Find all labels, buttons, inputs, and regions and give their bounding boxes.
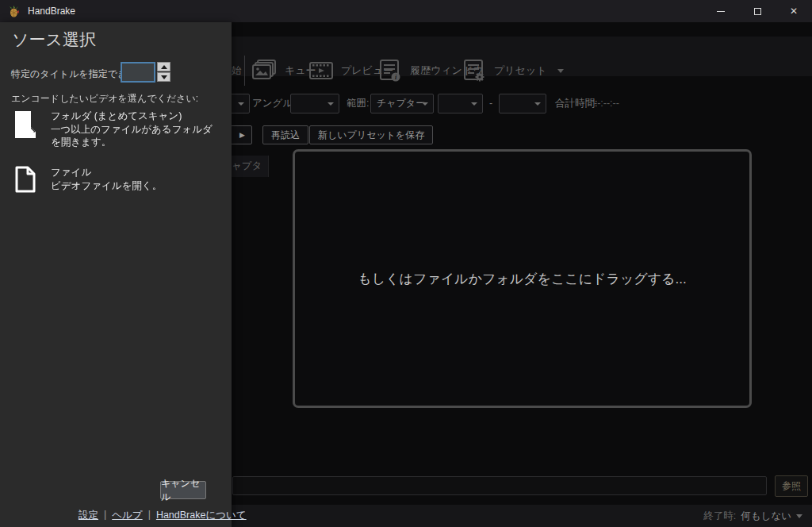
drop-zone-message: もしくはファイルかフォルダをここにドラッグする... [358,270,686,288]
about-link[interactable]: HandBrakeについて [156,509,247,522]
title-number-stepper [121,62,170,83]
destination-path-input[interactable] [232,476,767,495]
when-done-value: 何もしない [741,510,791,523]
queue-button[interactable]: キュー [251,56,316,86]
stepper-down-button[interactable] [157,72,170,82]
title-number-input[interactable] [121,62,155,83]
reload-preset-button[interactable]: 再読込 [262,125,308,144]
range-start-select[interactable] [438,94,483,113]
open-folder-option[interactable]: フォルダ (まとめてスキャン) 一つ以上のファイルがあるフォルダを開きます。 [11,110,220,148]
chevron-down-icon [534,102,541,106]
close-button[interactable]: ✕ [776,0,812,22]
when-done-label: 終了時: [703,510,736,523]
arrow-up-icon [161,65,167,69]
presets-dropdown-icon [557,69,564,73]
cancel-button[interactable]: キャンセル [160,481,206,499]
chevron-down-icon [796,514,802,518]
tab-chapters-partial[interactable]: ャプター [232,156,269,177]
range-type-select[interactable]: チャプター [370,94,434,113]
arrow-right-icon: ▶ [239,131,245,139]
link-separator: | [104,509,106,522]
panel-footer-links: 設定 | ヘルプ | HandBrakeについて [79,509,247,522]
maximize-icon [754,8,761,15]
browse-button[interactable]: 参照 [775,475,808,497]
file-option-description: ビデオファイルを開く。 [51,180,162,193]
source-selection-panel: ソース選択 特定のタイトルを指定できます: エンコードしたいビデオを選んでくださ… [0,22,232,527]
folder-option-description: 一つ以上のファイルがあるフォルダを開きます。 [51,124,220,148]
range-label: 範囲: [347,94,369,113]
range-separator: - [489,94,492,113]
window-title: HandBrake [28,6,75,17]
chevron-down-icon [327,102,334,106]
duration-label: 合計時間: [555,94,597,113]
save-new-preset-button[interactable]: 新しいプリセットを保存 [309,125,433,144]
angle-label: アングル: [252,94,296,113]
handbrake-window: HandBrake ✕ 始 キュー [0,0,812,527]
presets-icon [462,59,487,83]
close-icon: ✕ [790,6,798,17]
angle-select[interactable] [290,94,339,113]
folder-batch-icon [11,110,40,148]
range-end-select[interactable] [499,94,546,113]
help-link[interactable]: ヘルプ [112,509,142,522]
chevron-down-icon [238,102,244,106]
duration-value: --:--:-- [594,94,619,113]
link-separator: | [148,509,151,522]
arrow-down-icon [161,75,167,79]
file-icon [11,166,40,193]
presets-button[interactable]: プリセット [462,56,564,86]
titlebar: HandBrake ✕ [0,0,812,22]
panel-title: ソース選択 [12,29,96,51]
preview-icon [308,60,334,82]
toolbar-separator [244,56,245,86]
open-file-option[interactable]: ファイル ビデオファイルを開く。 [11,166,220,193]
window-controls: ✕ [703,0,812,22]
minimize-icon [717,11,725,12]
activity-window-icon: i [377,59,403,83]
chevron-down-icon [471,102,477,106]
folder-option-title: フォルダ (まとめてスキャン) [51,110,220,123]
settings-link[interactable]: 設定 [79,509,98,522]
minimize-button[interactable] [703,0,739,22]
file-option-title: ファイル [51,166,162,179]
handbrake-logo-icon [8,5,21,17]
start-encode-button-partial[interactable]: 始 [232,63,242,78]
chevron-down-icon [422,102,428,106]
when-done-dropdown[interactable]: 終了時: 何もしない [703,510,802,523]
presets-label: プリセット [494,63,547,78]
queue-icon [251,59,278,83]
file-drop-zone[interactable]: もしくはファイルかフォルダをここにドラッグする... [293,149,752,408]
choose-video-label: エンコードしたいビデオを選んでください: [11,92,198,106]
maximize-button[interactable] [739,0,776,22]
stepper-up-button[interactable] [157,62,170,71]
